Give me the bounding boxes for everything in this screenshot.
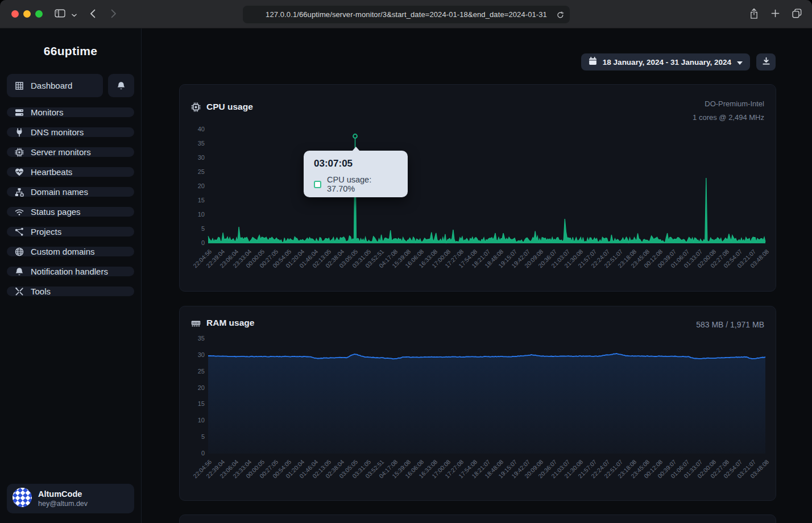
sidebar-nav: DashboardMonitorsDNS monitorsServer moni… [7, 74, 134, 296]
new-tab-button[interactable] [771, 9, 780, 19]
y-axis-label: 15 [184, 197, 205, 204]
back-button[interactable] [90, 0, 96, 28]
ram-usage-chart[interactable] [208, 339, 765, 454]
chrome-right-buttons [749, 0, 802, 28]
sidebar-item-tools[interactable]: Tools [7, 287, 134, 296]
sidebar-dashboard-row: Dashboard [7, 74, 134, 97]
tabs-icon [792, 9, 802, 20]
chevron-down-icon [72, 10, 77, 19]
sitemap-icon [14, 188, 24, 197]
avatar [13, 488, 32, 509]
globe-icon [14, 247, 24, 256]
sidebar-item-label: Server monitors [31, 147, 91, 157]
y-axis-label: 25 [184, 168, 205, 175]
caret-down-icon [737, 58, 743, 67]
url-bar[interactable]: 127.0.0.1/66uptime/server-monitor/3&star… [243, 6, 570, 23]
sidebar-item-server-monitors[interactable]: Server monitors [7, 147, 134, 157]
brand-logo: 66uptime [7, 44, 134, 58]
user-email: hey@altum.dev [38, 500, 88, 508]
sidebar-item-label: Heartbeats [31, 167, 72, 177]
y-axis-label: 35 [184, 140, 205, 147]
sidebar-item-status-pages[interactable]: Status pages [7, 207, 134, 217]
calendar-icon [589, 57, 597, 67]
sidebar-item-projects[interactable]: Projects [7, 227, 134, 236]
y-axis-label: 5 [184, 433, 205, 440]
y-axis-label: 20 [184, 384, 205, 391]
y-axis-label: 0 [184, 239, 205, 246]
grid-icon [14, 81, 24, 90]
sidebar-item-label: DNS monitors [31, 127, 84, 137]
sidebar-item-custom-domains[interactable]: Custom domains [7, 247, 134, 256]
zoom-window-button[interactable] [35, 10, 43, 18]
ram-memory-icon [191, 319, 201, 327]
window-controls [11, 10, 43, 18]
server-icon [14, 108, 24, 117]
y-axis-label: 0 [184, 450, 205, 456]
bell-icon [14, 267, 24, 276]
y-axis-label: 25 [184, 368, 205, 375]
cpu-usage-chart[interactable] [208, 130, 765, 243]
plug-icon [14, 128, 24, 137]
back-chevron-icon [90, 9, 96, 20]
browser-chrome: 127.0.0.1/66uptime/server-monitor/3&star… [0, 0, 812, 28]
y-axis-label: 30 [184, 154, 205, 161]
tab-overview-chevron-button[interactable] [72, 0, 77, 28]
download-icon [762, 57, 770, 67]
heart-icon [14, 168, 24, 177]
chart-tooltip: 03:07:05 CPU usage: 37.70% [304, 151, 408, 197]
sidebar-toggle-button[interactable] [55, 0, 65, 28]
wifi-icon [14, 207, 24, 217]
y-axis-label: 15 [184, 400, 205, 407]
notifications-button[interactable] [108, 74, 134, 97]
y-axis-label: 5 [184, 225, 205, 232]
ram-usage-summary: 583 MB / 1,971 MB [696, 318, 764, 331]
sidebar-item-dashboard[interactable]: Dashboard [7, 74, 103, 97]
user-name: AltumCode [38, 489, 88, 499]
date-range-picker[interactable]: 18 January, 2024 - 31 January, 2024 [581, 53, 750, 70]
tooltip-time: 03:07:05 [314, 158, 397, 169]
y-axis-label: 10 [184, 417, 205, 424]
bell-icon [117, 81, 126, 90]
cpu-server-info: DO-Premium-Intel 1 cores @ 2,494 MHz [693, 97, 764, 124]
ram-usage-card: RAM usage 583 MB / 1,971 MB 353025201510… [179, 306, 776, 501]
sidebar-item-dns-monitors[interactable]: DNS monitors [7, 127, 134, 137]
forward-button[interactable] [111, 0, 117, 28]
y-axis-label: 10 [184, 211, 205, 218]
next-metric-card [179, 514, 776, 523]
minimize-window-button[interactable] [23, 10, 31, 18]
tooltip-legend-marker [314, 181, 321, 188]
chip-icon [14, 148, 24, 157]
ram-card-header: RAM usage [191, 318, 254, 328]
sidebar-item-label: Custom domains [31, 247, 95, 256]
reload-icon[interactable] [557, 11, 564, 21]
share-button[interactable] [749, 8, 759, 21]
y-axis-label: 30 [184, 351, 205, 358]
y-axis-label: 35 [184, 335, 205, 342]
forward-chevron-icon [111, 9, 117, 20]
show-tabs-button[interactable] [792, 9, 802, 20]
share-icon [749, 8, 759, 21]
user-profile[interactable]: AltumCode hey@altum.dev [7, 484, 134, 513]
sidebar-item-domain-names[interactable]: Domain names [7, 187, 134, 197]
sidebar: 66uptime DashboardMonitorsDNS monitorsSe… [0, 28, 142, 523]
browser-window: 127.0.0.1/66uptime/server-monitor/3&star… [0, 0, 812, 523]
sidebar-item-label: Dashboard [31, 81, 72, 90]
cpu-card-header: CPU usage [191, 102, 253, 112]
date-range-label: 18 January, 2024 - 31 January, 2024 [603, 58, 731, 67]
cpu-chip-icon [191, 102, 201, 112]
plus-icon [771, 9, 780, 19]
sidebar-toggle-icon [55, 9, 65, 19]
close-window-button[interactable] [11, 10, 19, 18]
cpu-cores-label: 1 cores @ 2,494 MHz [693, 111, 764, 124]
sidebar-item-heartbeats[interactable]: Heartbeats [7, 167, 134, 177]
sidebar-item-monitors[interactable]: Monitors [7, 107, 134, 117]
tooltip-value-label: CPU usage: 37.70% [327, 175, 397, 193]
sidebar-item-notification-handlers[interactable]: Notification handlers [7, 267, 134, 276]
export-download-button[interactable] [756, 53, 776, 70]
app-root: 66uptime DashboardMonitorsDNS monitorsSe… [0, 28, 812, 523]
sidebar-item-label: Monitors [31, 107, 64, 117]
cpu-plan-label: DO-Premium-Intel [693, 97, 764, 111]
hover-point-marker [353, 134, 357, 138]
y-axis-label: 40 [184, 126, 205, 132]
sidebar-item-label: Projects [31, 227, 61, 236]
